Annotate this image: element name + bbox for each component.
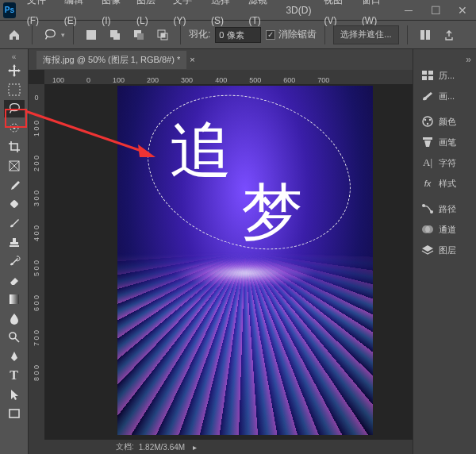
panel-color[interactable]: 颜色 [413, 111, 476, 132]
svg-rect-8 [420, 30, 424, 40]
tool-blur[interactable] [4, 310, 25, 327]
svg-rect-0 [86, 30, 96, 40]
svg-rect-2 [113, 33, 120, 40]
svg-point-27 [429, 119, 431, 121]
tab-close-icon[interactable]: × [190, 55, 194, 64]
canvas-area: 海报.jpg @ 50% (图层 1, RGB/8#) * × 1000 100… [29, 49, 413, 454]
selection-marquee [128, 86, 371, 275]
svg-rect-10 [9, 84, 20, 95]
arrange-icon[interactable] [416, 25, 435, 44]
window-controls: ─ ☐ ✕ [395, 0, 476, 21]
panel-character[interactable]: A| 字符 [413, 152, 476, 173]
ruler-horizontal: 1000 100200 300400 500600 700 [44, 70, 413, 84]
svg-point-12 [13, 127, 15, 129]
svg-rect-29 [423, 137, 432, 140]
status-bar: 文档: 1.82M/3.64M ▸ [44, 440, 413, 454]
tool-stamp[interactable] [4, 233, 25, 251]
panel-dock: » 历... 画... 颜色 画笔 A| 字符 fx 样式 路径 [413, 49, 476, 454]
selection-intersect-icon[interactable] [153, 25, 172, 44]
panel-paths[interactable]: 路径 [413, 198, 476, 219]
tool-healing[interactable] [4, 195, 25, 213]
tool-brush[interactable] [4, 214, 25, 232]
min-icon[interactable]: ─ [395, 0, 422, 21]
feather-input[interactable]: 0 像素 [215, 27, 261, 43]
ruler-vertical: 0 1 0 0 2 0 0 3 0 0 4 0 0 5 0 0 6 0 0 7 … [29, 84, 44, 454]
selection-add-icon[interactable] [106, 25, 125, 44]
status-chevron-icon[interactable]: ▸ [193, 443, 197, 452]
svg-rect-17 [10, 294, 19, 304]
status-prefix: 文档: [116, 441, 134, 452]
svg-rect-21 [422, 71, 427, 75]
svg-point-18 [10, 333, 16, 339]
canvas[interactable]: 追 梦 [44, 84, 413, 440]
close-icon[interactable]: ✕ [449, 0, 476, 21]
svg-rect-16 [10, 199, 18, 208]
antialias-checkbox[interactable]: ✓ 消除锯齿 [266, 28, 317, 41]
svg-rect-4 [137, 33, 144, 40]
svg-rect-23 [422, 76, 427, 80]
tool-frame[interactable] [4, 157, 25, 175]
svg-rect-20 [10, 410, 19, 417]
toolbox: « T [0, 49, 29, 454]
selection-new-icon[interactable] [82, 25, 101, 44]
svg-line-19 [15, 338, 19, 342]
tool-eyedropper[interactable] [4, 176, 25, 194]
document-tab-bar: 海报.jpg @ 50% (图层 1, RGB/8#) * × [29, 49, 413, 70]
panel-brushes[interactable]: 画笔 [413, 132, 476, 152]
menu-bar: Ps 文件(F) 编辑(E) 图像(I) 图层(L) 文字(Y) 选择(S) 滤… [0, 0, 476, 21]
tool-eraser[interactable] [4, 271, 25, 289]
tool-dodge[interactable] [4, 329, 25, 346]
panel-collapse-icon[interactable]: » [413, 54, 476, 65]
app-logo: Ps [3, 2, 16, 18]
tool-lasso[interactable] [4, 100, 25, 117]
panel-layers[interactable]: 图层 [413, 240, 476, 260]
svg-rect-9 [426, 30, 430, 40]
status-value: 1.82M/3.64M [139, 443, 185, 452]
antialias-label: 消除锯齿 [278, 28, 317, 41]
tool-path-select[interactable] [4, 386, 25, 403]
svg-rect-24 [428, 76, 433, 80]
document-page: 追 梦 [117, 86, 373, 435]
panel-channels[interactable]: 通道 [413, 219, 476, 240]
tool-pen[interactable] [4, 348, 25, 365]
tool-marquee[interactable] [4, 81, 25, 98]
document-tab[interactable]: 海报.jpg @ 50% (图层 1, RGB/8#) * [36, 51, 186, 69]
svg-rect-7 [161, 33, 165, 37]
svg-rect-22 [428, 71, 433, 75]
panel-brush-presets[interactable]: 画... [413, 86, 476, 106]
tool-history-brush[interactable] [4, 252, 25, 270]
menu-type[interactable]: 文字(Y) [167, 0, 204, 31]
checkbox-checked-icon: ✓ [266, 30, 275, 40]
tool-move[interactable] [4, 62, 25, 79]
svg-point-33 [425, 225, 433, 233]
select-and-mask-button[interactable]: 选择并遮住... [333, 25, 398, 44]
menu-3d[interactable]: 3D(D) [279, 0, 317, 21]
svg-point-28 [427, 123, 428, 125]
toolbox-collapse-icon[interactable]: « [6, 52, 22, 60]
feather-label: 羽化: [189, 28, 210, 41]
tool-quick-select[interactable] [4, 119, 25, 137]
max-icon[interactable]: ☐ [422, 0, 449, 21]
current-tool-lasso-icon[interactable] [40, 25, 60, 44]
svg-point-26 [424, 119, 426, 121]
tool-shape[interactable] [4, 405, 25, 422]
tool-type[interactable]: T [4, 367, 25, 384]
share-icon[interactable] [440, 25, 459, 44]
select-mask-label: 选择并遮住... [340, 29, 391, 40]
selection-subtract-icon[interactable] [129, 25, 148, 44]
home-icon[interactable] [5, 25, 24, 44]
panel-history[interactable]: 历... [413, 65, 476, 86]
tool-crop[interactable] [4, 138, 25, 156]
tool-gradient[interactable] [4, 290, 25, 308]
panel-styles[interactable]: fx 样式 [413, 173, 476, 194]
